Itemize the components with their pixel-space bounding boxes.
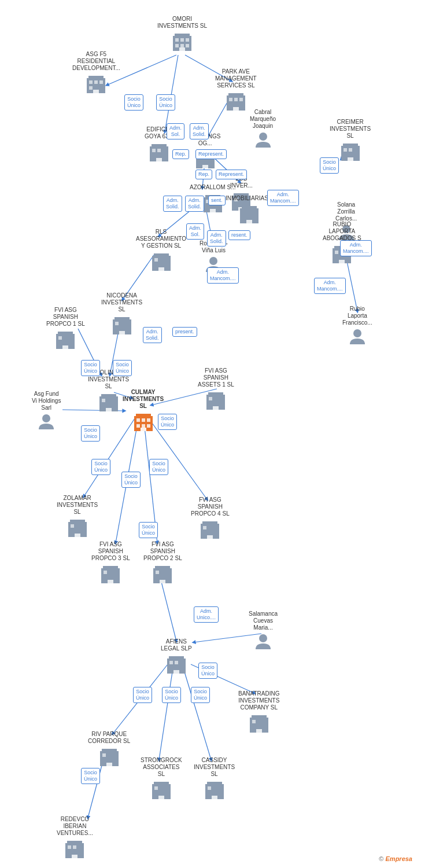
badge-adm-mancom-2[interactable]: Adm.Mancom....	[340, 240, 372, 256]
node-cassidy[interactable]: CASSIDYINVESTMENTSSL	[194, 757, 235, 802]
svg-rect-131	[169, 656, 184, 660]
badge-adm-mancom-3[interactable]: Adm.Mancom....	[207, 267, 239, 284]
svg-rect-132	[169, 661, 173, 664]
badge-socio-unico-3[interactable]: SocioÚnico	[320, 157, 339, 174]
badge-sent-1[interactable]: sent.	[208, 196, 226, 205]
node-nicodena[interactable]: NICODENAINVESTMENTSSL	[101, 292, 142, 337]
svg-rect-136	[252, 715, 267, 719]
node-fvi-asg-propco1[interactable]: FVI ASGSPANISHPROPCO 1 SL	[46, 307, 85, 352]
svg-rect-52	[349, 148, 352, 152]
svg-rect-149	[208, 786, 211, 790]
badge-socio-unico-10[interactable]: SocioÚnico	[149, 459, 168, 475]
svg-rect-134	[173, 670, 179, 674]
node-strongrock[interactable]: STRONGROCKASSOCIATESSL	[141, 757, 182, 802]
svg-rect-101	[136, 414, 151, 417]
svg-rect-137	[252, 720, 256, 723]
person-icon-cabral	[254, 131, 272, 149]
node-redevco[interactable]: REDEVCOIBERIANVENTURES...	[57, 816, 93, 861]
node-zolamar[interactable]: ZOLAMARINVESTMENTSSL	[57, 495, 98, 540]
badge-adm-solid-4[interactable]: Adm.Solid.	[207, 230, 226, 247]
svg-rect-142	[106, 763, 112, 766]
svg-rect-152	[67, 841, 82, 844]
svg-rect-122	[155, 566, 170, 569]
badge-present-1[interactable]: present.	[172, 327, 197, 337]
svg-rect-115	[71, 524, 74, 528]
svg-rect-51	[344, 148, 347, 152]
svg-rect-97	[102, 399, 105, 402]
badge-resent-1[interactable]: resent.	[228, 230, 250, 240]
badge-adm-solid-2[interactable]: Adm.Solid.	[163, 196, 182, 212]
badge-socio-unico-5[interactable]: SocioÚnico	[113, 360, 132, 376]
building-icon-nicodena	[112, 315, 132, 336]
svg-rect-75	[246, 220, 252, 223]
node-inmobiliarias[interactable]: INMOBILIARIAS...	[226, 195, 273, 226]
badge-socio-unico-13[interactable]: SocioÚnico	[133, 687, 152, 703]
node-salamanca[interactable]: SalamancaCuevasMaria...	[249, 610, 278, 652]
building-icon-asg-f5	[86, 73, 106, 94]
node-riv-parque[interactable]: RIV PARQUECORREDOR SL	[88, 731, 130, 769]
node-fvi-propco3[interactable]: FVI ASGSPANISHPROPCO 3 SL	[91, 541, 130, 586]
badge-adm-mancom-4[interactable]: Adm.Mancom....	[314, 278, 346, 294]
badge-socio-unico-7[interactable]: SocioÚnico	[81, 425, 100, 442]
building-icon-afiens	[166, 654, 187, 675]
badge-socio-unico-6[interactable]: SocioÚnico	[158, 414, 177, 430]
svg-rect-111	[209, 397, 212, 400]
node-omori[interactable]: OMORI INVESTMENTS SL	[156, 16, 208, 54]
node-fvi-propco2[interactable]: FVI ASGSPANISHPROPCO 2 SL	[143, 541, 182, 586]
building-icon-zolamar	[67, 517, 88, 538]
person-icon-rubio	[349, 328, 366, 345]
badge-adm-unico-1[interactable]: Adm.Unico....	[194, 606, 219, 623]
badge-rep-2[interactable]: Rep.	[195, 170, 212, 179]
badge-rep-1[interactable]: Rep.	[172, 149, 189, 159]
badge-socio-unico-12[interactable]: SocioÚnico	[198, 663, 217, 679]
badge-adm-sol-2[interactable]: Adm.Sol.	[186, 223, 204, 240]
node-afiens[interactable]: AFIENSLEGAL SLP	[161, 638, 192, 676]
badge-adm-solid-3[interactable]: Adm.Solid.	[185, 196, 204, 212]
person-icon-salamanca	[254, 633, 272, 650]
svg-rect-128	[207, 535, 213, 539]
node-fvi-asg-assets1[interactable]: FVI ASGSPANISHASSETS 1 SL	[198, 367, 234, 413]
node-rubio-laporta-person[interactable]: RubioLaportaFrancisco...	[342, 306, 372, 347]
badge-socio-unico-2[interactable]: SocioÚnico	[156, 94, 175, 111]
node-park-ave[interactable]: PARK AVEMANAGEMENTSERVICES SL	[215, 68, 257, 113]
badge-adm-solid-1[interactable]: Adm.Solid.	[190, 123, 209, 139]
building-icon-redevco	[64, 838, 85, 859]
node-asg-f5[interactable]: ASG F5RESIDENTIALDEVELOPMENT...	[72, 51, 120, 96]
node-rls[interactable]: RLSASESORAMIENTOY GESTION SL	[136, 229, 186, 274]
svg-rect-35	[179, 47, 185, 51]
building-icon-inmobiliarias	[239, 204, 260, 225]
person-icon-asg-fund	[38, 413, 55, 431]
badge-represent-1[interactable]: Represent.	[195, 149, 227, 159]
node-fvi-propco4[interactable]: FVI ASGSPANISHPROPCO 4 SL	[191, 496, 230, 542]
svg-rect-56	[152, 144, 167, 148]
svg-rect-107	[147, 424, 150, 428]
svg-rect-90	[119, 331, 125, 334]
svg-rect-124	[160, 580, 165, 583]
badge-socio-unico-15[interactable]: SocioÚnico	[191, 687, 210, 703]
badge-adm-solid-5[interactable]: Adm.Solid.	[143, 327, 162, 343]
node-cabral[interactable]: CabralMarqueñoJoaquin	[250, 109, 276, 150]
svg-rect-47	[239, 98, 243, 101]
badge-adm-sol-1[interactable]: Adm.Sol.	[167, 123, 184, 139]
badge-adm-mancom-1[interactable]: Adm.Mancom....	[267, 190, 299, 206]
building-icon-culmay	[133, 411, 154, 432]
badge-socio-unico-11[interactable]: SocioÚnico	[139, 522, 158, 538]
node-banatrading[interactable]: BANATRADINGINVESTMENTSCOMPANY SL	[238, 690, 280, 735]
badge-socio-unico-14[interactable]: SocioÚnico	[162, 687, 181, 703]
building-icon-strongrock	[151, 779, 172, 800]
svg-rect-44	[228, 93, 243, 97]
badge-socio-unico-8[interactable]: SocioÚnico	[91, 459, 110, 475]
svg-rect-94	[62, 345, 68, 349]
badge-socio-unico-4[interactable]: SocioÚnico	[81, 360, 100, 376]
badge-represent-2[interactable]: Represent.	[216, 170, 247, 179]
svg-rect-64	[202, 165, 208, 168]
badge-socio-unico-1[interactable]: SocioÚnico	[124, 94, 143, 111]
badge-socio-unico-16[interactable]: SocioÚnico	[81, 768, 100, 784]
svg-rect-141	[102, 753, 106, 757]
node-asg-fund[interactable]: Asg FundVi HoldingsSarl	[32, 391, 61, 432]
svg-rect-48	[233, 107, 239, 111]
badge-socio-unico-9[interactable]: SocioÚnico	[121, 472, 141, 488]
svg-rect-50	[343, 144, 358, 147]
svg-rect-68	[210, 209, 216, 212]
svg-rect-119	[104, 571, 107, 574]
